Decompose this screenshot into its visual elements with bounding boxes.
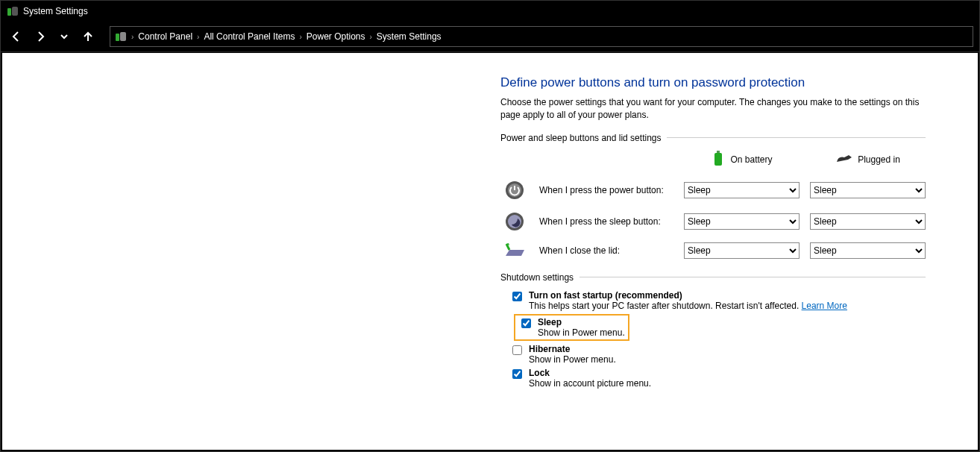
sleep-row: Sleep Show in Power menu. bbox=[500, 314, 926, 341]
svg-rect-5 bbox=[717, 151, 720, 153]
fast-startup-label: Turn on fast startup (recommended) bbox=[529, 290, 847, 301]
plug-icon bbox=[835, 153, 853, 167]
window-title: System Settings bbox=[23, 6, 88, 16]
fast-startup-checkbox[interactable] bbox=[512, 292, 522, 301]
chevron-right-icon: › bbox=[197, 33, 199, 41]
fast-startup-row: Turn on fast startup (recommended) This … bbox=[500, 290, 926, 311]
svg-rect-2 bbox=[116, 34, 119, 41]
hibernate-desc: Show in Power menu. bbox=[529, 354, 616, 365]
power-sleep-grid: On battery Plugged in When I press the p… bbox=[500, 151, 926, 259]
col-header-battery: On battery bbox=[684, 151, 800, 169]
breadcrumb-item[interactable]: Control Panel bbox=[138, 31, 192, 42]
window: System Settings › Control Panel › All Co… bbox=[0, 0, 980, 452]
nav-bar: › Control Panel › All Control Panel Item… bbox=[1, 22, 979, 52]
svg-rect-1 bbox=[12, 7, 18, 16]
sleep-checkbox[interactable] bbox=[521, 318, 531, 328]
hibernate-checkbox[interactable] bbox=[512, 345, 522, 355]
svg-rect-3 bbox=[120, 32, 126, 41]
lock-desc: Show in account picture menu. bbox=[529, 378, 651, 389]
up-button[interactable] bbox=[78, 27, 98, 46]
address-bar[interactable]: › Control Panel › All Control Panel Item… bbox=[110, 26, 973, 47]
title-bar: System Settings bbox=[1, 1, 979, 22]
lid-battery-select[interactable]: Sleep bbox=[684, 242, 800, 259]
content-area: Define power buttons and turn on passwor… bbox=[2, 53, 978, 450]
folder-icon bbox=[115, 31, 127, 43]
section-label-shutdown: Shutdown settings bbox=[500, 272, 926, 283]
power-button-plugged-select[interactable]: Sleep bbox=[810, 182, 926, 198]
row-label-power-button: When I press the power button: bbox=[539, 185, 673, 195]
sleep-button-plugged-select[interactable]: Sleep bbox=[810, 213, 926, 230]
lid-plugged-select[interactable]: Sleep bbox=[810, 242, 926, 259]
svg-rect-0 bbox=[7, 8, 11, 16]
page-title: Define power buttons and turn on passwor… bbox=[500, 75, 926, 90]
chevron-right-icon: › bbox=[370, 33, 372, 41]
col-header-plugged: Plugged in bbox=[810, 153, 926, 167]
sleep-button-battery-select[interactable]: Sleep bbox=[684, 213, 800, 230]
sleep-label: Sleep bbox=[538, 317, 625, 327]
sleep-button-icon bbox=[500, 211, 529, 232]
hibernate-label: Hibernate bbox=[529, 344, 616, 354]
breadcrumb-item[interactable]: System Settings bbox=[377, 31, 442, 42]
breadcrumb-item[interactable]: Power Options bbox=[307, 31, 365, 42]
lock-row: Lock Show in account picture menu. bbox=[500, 368, 926, 389]
power-button-icon bbox=[500, 180, 529, 201]
battery-icon bbox=[711, 151, 726, 169]
section-label-power-sleep: Power and sleep buttons and lid settings bbox=[500, 133, 926, 143]
row-label-lid: When I close the lid: bbox=[539, 245, 673, 256]
chevron-right-icon: › bbox=[131, 33, 134, 41]
row-label-sleep-button: When I press the sleep button: bbox=[539, 216, 673, 227]
app-icon bbox=[7, 5, 19, 17]
hibernate-row: Hibernate Show in Power menu. bbox=[500, 344, 926, 365]
recent-dropdown[interactable] bbox=[54, 27, 74, 46]
svg-rect-4 bbox=[714, 153, 722, 166]
power-button-battery-select[interactable]: Sleep bbox=[684, 182, 800, 198]
lock-label: Lock bbox=[529, 368, 651, 378]
fast-startup-desc: This helps start your PC faster after sh… bbox=[529, 301, 847, 311]
chevron-right-icon: › bbox=[299, 33, 301, 41]
sleep-desc: Show in Power menu. bbox=[538, 327, 625, 338]
forward-button[interactable] bbox=[31, 27, 50, 46]
lock-checkbox[interactable] bbox=[512, 369, 522, 379]
learn-more-link[interactable]: Learn More bbox=[802, 301, 847, 311]
lid-icon bbox=[500, 242, 529, 259]
sleep-highlight: Sleep Show in Power menu. bbox=[514, 314, 629, 341]
page-description: Choose the power settings that you want … bbox=[500, 96, 926, 122]
back-button[interactable] bbox=[7, 27, 26, 46]
breadcrumb-item[interactable]: All Control Panel Items bbox=[204, 31, 295, 42]
